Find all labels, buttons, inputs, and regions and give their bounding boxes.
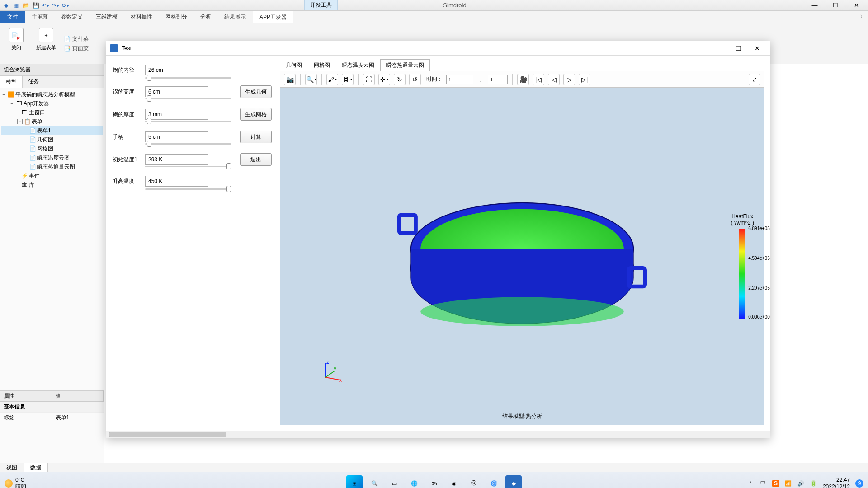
maximize-button[interactable]: ☐ [826, 0, 845, 10]
ime-icon[interactable]: 中 [760, 480, 767, 487]
minimize-button[interactable]: — [805, 0, 825, 10]
weather-widget[interactable]: 0°C晴朗 [5, 477, 26, 488]
start-button[interactable]: ⊞ [346, 475, 363, 488]
frame-input[interactable] [488, 75, 508, 84]
tab-analysis[interactable]: 分析 [194, 11, 218, 23]
page-menu-item[interactable]: 📑页面菜 [63, 45, 89, 52]
slider-height[interactable] [147, 95, 151, 102]
tree-app[interactable]: App开发器 [24, 99, 49, 108]
fit-icon[interactable]: ⛶ [363, 74, 375, 85]
open-icon[interactable]: 📂 [22, 1, 30, 9]
tab-3d[interactable]: 三维建模 [90, 11, 124, 23]
tree-tab-tasks[interactable]: 任务 [23, 76, 44, 88]
play-icon[interactable]: ▷ [563, 74, 575, 85]
battery-icon[interactable]: 🔋 [810, 480, 817, 487]
slider-t0[interactable] [226, 163, 231, 169]
redo-icon[interactable]: ↷▾ [52, 1, 60, 9]
tab-appdev[interactable]: APP开发器 [253, 11, 293, 23]
input-thi[interactable] [145, 176, 208, 187]
chevron-up-icon[interactable]: ^ [747, 480, 754, 487]
tree-forms[interactable]: 表单 [32, 117, 42, 126]
input-handle[interactable] [145, 131, 208, 142]
camera-icon[interactable]: 📷 [284, 74, 296, 85]
zoom-icon[interactable]: 🔍 [305, 74, 317, 85]
rotccw-icon[interactable]: ↺ [409, 74, 421, 85]
clock[interactable]: 22:472022/12/12 [823, 477, 850, 488]
first-icon[interactable]: |◁ [533, 74, 544, 85]
test-close-button[interactable]: ✕ [748, 42, 766, 55]
tree-lib[interactable]: 库 [29, 180, 34, 189]
time-input[interactable] [446, 75, 473, 84]
notifications-icon[interactable]: 9 [855, 479, 863, 488]
tree-geom[interactable]: 几何图 [37, 135, 53, 144]
help-icon[interactable]: 〉 [857, 11, 868, 23]
vtab-geom[interactable]: 几何图 [280, 59, 308, 71]
input-thick[interactable] [145, 109, 208, 120]
app-icon-1[interactable]: 🌀 [486, 475, 502, 488]
ie-icon[interactable]: ⓔ [466, 475, 482, 488]
wifi-icon[interactable]: 📶 [785, 480, 792, 487]
search-button[interactable]: 🔍 [366, 475, 382, 488]
prev-icon[interactable]: ◁ [548, 74, 560, 85]
refresh-icon[interactable]: ⟳▾ [61, 1, 70, 9]
new-form-button[interactable]: ＋ 新建表单 [33, 26, 59, 61]
gen-geom-button[interactable]: 生成几何 [240, 85, 272, 98]
test-max-button[interactable]: ☐ [729, 42, 747, 55]
file-tab[interactable]: 文件 [0, 11, 25, 23]
tab-mesh[interactable]: 网格剖分 [159, 11, 194, 23]
sogou-icon[interactable]: S [772, 480, 779, 487]
tab-home[interactable]: 主屏幕 [25, 11, 55, 23]
render-view[interactable]: zxy HeatFlux ( W/m^2 ) 6.891e+05 4.594e+… [280, 88, 764, 410]
tree-root[interactable]: 平底锅的瞬态热分析模型 [15, 90, 75, 99]
tree-flux[interactable]: 瞬态热通量云图 [37, 162, 75, 171]
test-scrollbar[interactable] [106, 431, 770, 438]
bottom-tab-view[interactable]: 视图 [0, 463, 24, 472]
store-icon[interactable]: 🛍 [426, 475, 442, 488]
input-diam[interactable] [145, 65, 208, 75]
input-t0[interactable] [145, 154, 208, 165]
tree-tab-model[interactable]: 模型 [0, 76, 23, 88]
slider-diam[interactable] [147, 75, 151, 81]
expand-toggle[interactable]: − [17, 119, 23, 124]
close-app-button[interactable]: 📄✖ 关闭 [4, 26, 29, 61]
model-tree[interactable]: −🟧平底锅的瞬态热分析模型 −🗔App开发器 🗔主窗口 −📋表单 📄表单1 📄几… [0, 88, 104, 390]
tab-material[interactable]: 材料属性 [124, 11, 159, 23]
close-button[interactable]: ✕ [846, 0, 866, 10]
gen-mesh-button[interactable]: 生成网格 [240, 108, 272, 121]
test-titlebar[interactable]: Test — ☐ ✕ [106, 41, 770, 56]
file-menu-item[interactable]: 📄文件菜 [63, 35, 89, 43]
next-icon[interactable]: ▷| [579, 74, 590, 85]
slider-thi[interactable] [226, 186, 231, 192]
taskview-button[interactable]: ▭ [386, 475, 402, 488]
record-icon[interactable]: 🎥 [517, 74, 529, 85]
exit-button[interactable]: 退出 [240, 153, 272, 166]
dell-icon[interactable]: ◉ [446, 475, 462, 488]
rotcw-icon[interactable]: ↻ [394, 74, 406, 85]
edge-icon[interactable]: 🌐 [406, 475, 422, 488]
brush-icon[interactable]: 🖌 [326, 74, 338, 85]
undo-icon[interactable]: ↶▾ [42, 1, 50, 9]
tree-events[interactable]: 事件 [29, 171, 40, 180]
tab-results[interactable]: 结果展示 [218, 11, 253, 23]
props-row[interactable]: 标签表单1 [0, 413, 104, 423]
input-height[interactable] [145, 86, 208, 97]
save-icon[interactable]: 💾 [32, 1, 40, 9]
cube-icon[interactable]: 🎛 [342, 74, 354, 85]
vtab-flux[interactable]: 瞬态热通量云图 [380, 59, 430, 71]
volume-icon[interactable]: 🔊 [797, 480, 805, 487]
tree-mainwin[interactable]: 主窗口 [29, 108, 45, 117]
expand-icon[interactable]: ⤢ [749, 74, 760, 85]
tab-params[interactable]: 参数定义 [55, 11, 90, 23]
slider-handle[interactable] [147, 141, 151, 147]
calc-button[interactable]: 计算 [240, 131, 272, 143]
axes-icon[interactable]: ✛ [378, 74, 390, 85]
bottom-tab-data[interactable]: 数据 [24, 463, 48, 472]
tree-form1[interactable]: 表单1 [37, 126, 51, 135]
new-icon[interactable]: ▦ [12, 1, 20, 9]
tree-mesh[interactable]: 网格图 [37, 144, 53, 153]
expand-toggle[interactable]: − [9, 101, 14, 106]
vtab-temp[interactable]: 瞬态温度云图 [336, 59, 380, 71]
expand-toggle[interactable]: − [1, 92, 6, 97]
simdroid-icon[interactable]: ◆ [505, 475, 522, 488]
vtab-mesh[interactable]: 网格图 [308, 59, 336, 71]
